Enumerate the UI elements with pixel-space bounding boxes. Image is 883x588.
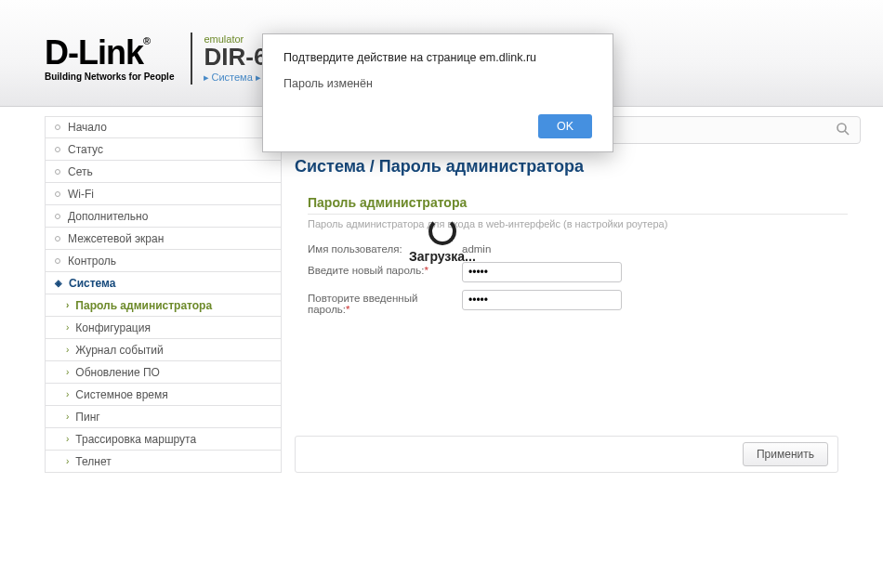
bullet-icon <box>55 124 60 130</box>
row-repeat-password: Повторите введенный пароль:* <box>308 290 848 315</box>
search-icon[interactable] <box>836 122 850 139</box>
apply-button[interactable]: Применить <box>743 442 828 466</box>
svg-line-1 <box>845 131 849 135</box>
spinner-icon <box>428 217 456 245</box>
sidebar-sub-ping[interactable]: ›Пинг <box>45 406 282 428</box>
brand-logo: D-Link® Building Networks for People <box>45 36 174 82</box>
ok-button[interactable]: OK <box>538 114 592 138</box>
bullet-icon <box>55 147 60 152</box>
loading-overlay: Загрузка... <box>409 217 476 264</box>
sidebar-item-network[interactable]: Сеть <box>45 161 282 183</box>
brand-tagline: Building Networks for People <box>45 72 174 82</box>
chevron-right-icon: › <box>66 322 69 333</box>
chevron-right-icon: › <box>66 345 69 355</box>
sidebar-sub-admin-password[interactable]: ›Пароль администратора <box>45 294 282 317</box>
sidebar-item-system[interactable]: ◈Система <box>45 272 282 294</box>
dialog-title: Подтвердите действие на странице em.dlin… <box>283 51 592 64</box>
chevron-right-icon: › <box>66 434 69 444</box>
row-new-password: Введите новый пароль:* <box>308 262 848 282</box>
panel-description: Пароль администратора для входа в web-ин… <box>308 218 848 229</box>
dialog-message: Пароль изменён <box>283 77 592 90</box>
page-breadcrumb: Система / Пароль администратора <box>295 157 861 176</box>
main: Система / Пароль администратора Пароль а… <box>295 116 861 473</box>
sidebar-sub-time[interactable]: ›Системное время <box>45 384 282 406</box>
sidebar: Начало Статус Сеть Wi-Fi Дополнительно М… <box>45 116 282 473</box>
chevron-right-icon: › <box>66 412 69 422</box>
bullet-icon <box>55 214 60 219</box>
sidebar-item-status[interactable]: Статус <box>45 138 282 161</box>
sidebar-item-wifi[interactable]: Wi-Fi <box>45 183 282 205</box>
loading-text: Загрузка... <box>409 249 476 264</box>
footer-bar: Применить <box>295 436 838 473</box>
sidebar-item-control[interactable]: Контроль <box>45 250 282 272</box>
panel-title: Пароль администратора <box>308 195 848 215</box>
chevron-right-icon: › <box>66 389 69 399</box>
bullet-icon <box>55 258 60 264</box>
chevron-right-icon: ▸ <box>256 72 261 83</box>
chevron-right-icon: ▸ <box>204 72 209 83</box>
bullet-icon <box>55 169 60 175</box>
sidebar-sub-log[interactable]: ›Журнал событий <box>45 339 282 361</box>
brand-name: D-Link <box>45 33 143 72</box>
repeat-password-input[interactable] <box>462 290 622 310</box>
confirm-dialog: Подтвердите действие на странице em.dlin… <box>262 33 613 152</box>
bullet-icon <box>55 236 60 242</box>
sidebar-sub-traceroute[interactable]: ›Трассировка маршрута <box>45 428 282 451</box>
new-password-label: Введите новый пароль:* <box>308 262 462 276</box>
content: Начало Статус Сеть Wi-Fi Дополнительно М… <box>0 107 883 473</box>
dialog-actions: OK <box>283 114 592 138</box>
diamond-icon: ◈ <box>55 278 62 288</box>
chevron-right-icon: › <box>66 367 69 377</box>
chevron-right-icon: › <box>66 456 69 466</box>
sidebar-item-start[interactable]: Начало <box>45 116 282 138</box>
sidebar-sub-config[interactable]: ›Конфигурация <box>45 317 282 339</box>
registered-mark: ® <box>143 35 150 46</box>
password-panel: Пароль администратора Пароль администрат… <box>295 195 861 315</box>
chevron-right-icon: › <box>66 300 69 310</box>
bullet-icon <box>55 191 60 197</box>
row-username: Имя пользователя: admin <box>308 241 848 255</box>
sidebar-sub-firmware[interactable]: ›Обновление ПО <box>45 361 282 384</box>
repeat-password-label: Повторите введенный пароль:* <box>308 290 462 315</box>
sidebar-sub-telnet[interactable]: ›Телнет <box>45 451 282 473</box>
new-password-input[interactable] <box>462 262 622 282</box>
svg-point-0 <box>837 124 846 132</box>
sidebar-item-advanced[interactable]: Дополнительно <box>45 205 282 228</box>
sidebar-item-firewall[interactable]: Межсетевой экран <box>45 228 282 250</box>
